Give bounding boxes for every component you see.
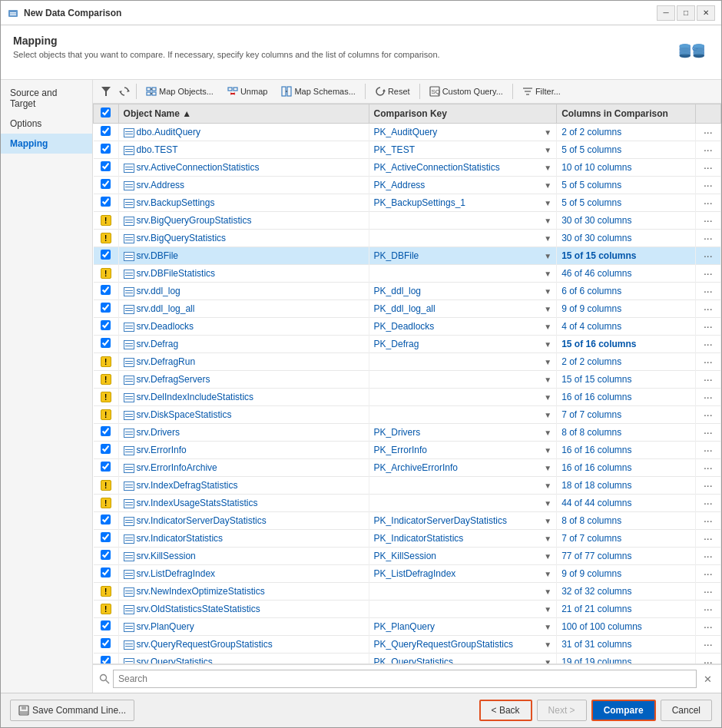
object-name-link[interactable]: srv.IndexDefragStatistics: [137, 480, 238, 491]
key-dropdown-arrow[interactable]: ▼: [544, 358, 551, 366]
row-columns-count[interactable]: 7 of 7 columns: [557, 406, 695, 424]
table-row[interactable]: srv.ddl_logPK_ddl_log▼6 of 6 columns···: [94, 283, 721, 300]
object-name-link[interactable]: srv.DefragServers: [137, 374, 210, 385]
object-name-link[interactable]: srv.Defrag: [137, 339, 178, 349]
row-columns-count[interactable]: 15 of 15 columns: [557, 247, 695, 265]
row-columns-count[interactable]: 9 of 9 columns: [557, 565, 695, 583]
table-row[interactable]: srv.DeadlocksPK_Deadlocks▼4 of 4 columns…: [94, 318, 721, 336]
row-checkbox[interactable]: [101, 550, 111, 560]
row-menu-button[interactable]: ···: [702, 479, 714, 491]
row-menu-button[interactable]: ···: [702, 144, 714, 156]
row-menu-button[interactable]: ···: [702, 656, 714, 664]
refresh-button[interactable]: [116, 83, 133, 100]
key-dropdown-arrow[interactable]: ▼: [544, 481, 551, 490]
object-name-link[interactable]: srv.BigQueryStatistics: [137, 233, 226, 243]
row-checkbox[interactable]: [101, 303, 111, 313]
row-columns-count[interactable]: 100 of 100 columns: [557, 618, 695, 636]
object-name-link[interactable]: srv.ActiveConnectionStatistics: [137, 162, 260, 173]
custom-query-button[interactable]: SQ Custom Query...: [423, 83, 509, 100]
search-input[interactable]: [113, 670, 697, 688]
object-name-link[interactable]: srv.PlanQuery: [137, 621, 194, 632]
object-name-link[interactable]: srv.DBFileStatistics: [137, 268, 215, 279]
object-name-link[interactable]: srv.DBFile: [137, 250, 178, 261]
row-columns-count[interactable]: 7 of 7 columns: [557, 530, 695, 548]
key-dropdown-arrow[interactable]: ▼: [544, 446, 551, 455]
row-columns-count[interactable]: 10 of 10 columns: [557, 159, 695, 177]
row-columns-count[interactable]: 32 of 32 columns: [557, 583, 695, 601]
maximize-button[interactable]: □: [677, 5, 695, 21]
save-command-line-button[interactable]: Save Command Line...: [10, 700, 134, 721]
row-menu-button[interactable]: ···: [702, 462, 714, 474]
col-header-object-name[interactable]: Object Name ▲: [118, 104, 369, 124]
table-row[interactable]: srv.IndicatorServerDayStatisticsPK_Indic…: [94, 512, 721, 530]
row-checkbox[interactable]: [101, 656, 111, 664]
row-columns-count[interactable]: 30 of 30 columns: [557, 212, 695, 230]
table-row[interactable]: srv.DefragPK_Defrag▼15 of 16 columns···: [94, 336, 721, 353]
row-columns-count[interactable]: 4 of 4 columns: [557, 318, 695, 336]
key-dropdown-arrow[interactable]: ▼: [544, 623, 551, 631]
table-row[interactable]: srv.DriversPK_Drivers▼8 of 8 columns···: [94, 424, 721, 442]
table-row[interactable]: !srv.DiskSpaceStatistics▼7 of 7 columns·…: [94, 406, 721, 424]
row-columns-count[interactable]: 5 of 5 columns: [557, 141, 695, 159]
row-menu-button[interactable]: ···: [702, 568, 714, 580]
key-dropdown-arrow[interactable]: ▼: [544, 429, 551, 437]
object-name-link[interactable]: srv.DelIndexIncludeStatistics: [137, 392, 254, 402]
key-dropdown-arrow[interactable]: ▼: [544, 323, 551, 331]
reset-button[interactable]: Reset: [369, 83, 416, 100]
object-name-link[interactable]: dbo.AuditQuery: [137, 127, 200, 137]
table-row[interactable]: !srv.BigQueryGroupStatistics▼30 of 30 co…: [94, 212, 721, 230]
object-name-link[interactable]: srv.IndicatorStatistics: [137, 533, 223, 544]
row-menu-button[interactable]: ···: [702, 444, 714, 456]
object-name-link[interactable]: srv.ddl_log: [137, 286, 180, 296]
row-menu-button[interactable]: ···: [702, 338, 714, 350]
key-dropdown-arrow[interactable]: ▼: [544, 252, 551, 260]
object-name-link[interactable]: srv.Deadlocks: [137, 321, 194, 332]
row-checkbox[interactable]: [101, 197, 111, 207]
object-name-link[interactable]: srv.QueryStatistics: [137, 657, 213, 664]
table-row[interactable]: srv.BackupSettingsPK_BackupSettings_1▼5 …: [94, 194, 721, 212]
object-name-link[interactable]: srv.ddl_log_all: [137, 303, 195, 314]
key-dropdown-arrow[interactable]: ▼: [544, 658, 551, 665]
table-row[interactable]: srv.ErrorInfoArchivePK_ArchiveErrorInfo▼…: [94, 459, 721, 477]
row-columns-count[interactable]: 2 of 2 columns: [557, 124, 695, 141]
object-name-link[interactable]: srv.ErrorInfoArchive: [137, 462, 217, 473]
table-row[interactable]: !srv.DBFileStatistics▼46 of 46 columns··…: [94, 265, 721, 283]
close-button[interactable]: ✕: [697, 5, 715, 21]
row-columns-count[interactable]: 30 of 30 columns: [557, 230, 695, 247]
row-columns-count[interactable]: 31 of 31 columns: [557, 636, 695, 654]
cancel-button[interactable]: Cancel: [661, 700, 712, 721]
key-dropdown-arrow[interactable]: ▼: [544, 146, 551, 154]
row-menu-button[interactable]: ···: [702, 303, 714, 315]
minimize-button[interactable]: ─: [657, 5, 675, 21]
row-menu-button[interactable]: ···: [702, 515, 714, 527]
table-row[interactable]: srv.PlanQueryPK_PlanQuery▼100 of 100 col…: [94, 618, 721, 636]
row-columns-count[interactable]: 8 of 8 columns: [557, 424, 695, 442]
row-columns-count[interactable]: 9 of 9 columns: [557, 300, 695, 318]
row-checkbox[interactable]: [101, 338, 111, 348]
row-checkbox[interactable]: [101, 462, 111, 472]
sidebar-item-mapping[interactable]: Mapping: [1, 134, 92, 154]
object-name-link[interactable]: srv.BigQueryGroupStatistics: [137, 215, 252, 226]
row-menu-button[interactable]: ···: [702, 356, 714, 368]
key-dropdown-arrow[interactable]: ▼: [544, 376, 551, 384]
row-checkbox[interactable]: [101, 638, 111, 648]
row-columns-count[interactable]: 15 of 15 columns: [557, 371, 695, 389]
row-columns-count[interactable]: 44 of 44 columns: [557, 495, 695, 512]
row-columns-count[interactable]: 46 of 46 columns: [557, 265, 695, 283]
object-name-link[interactable]: srv.KillSession: [137, 551, 196, 561]
key-dropdown-arrow[interactable]: ▼: [544, 164, 551, 172]
row-menu-button[interactable]: ···: [702, 214, 714, 227]
table-row[interactable]: !srv.BigQueryStatistics▼30 of 30 columns…: [94, 230, 721, 247]
row-columns-count[interactable]: 18 of 18 columns: [557, 477, 695, 495]
object-name-link[interactable]: srv.DefragRun: [137, 356, 195, 367]
table-row[interactable]: !srv.DefragRun▼2 of 2 columns···: [94, 353, 721, 371]
key-dropdown-arrow[interactable]: ▼: [544, 234, 551, 243]
row-checkbox[interactable]: [101, 426, 111, 436]
key-dropdown-arrow[interactable]: ▼: [544, 217, 551, 225]
row-checkbox[interactable]: [101, 126, 111, 136]
row-menu-button[interactable]: ···: [702, 585, 714, 597]
key-dropdown-arrow[interactable]: ▼: [544, 270, 551, 278]
next-button[interactable]: Next >: [537, 700, 587, 721]
object-name-link[interactable]: srv.ErrorInfo: [137, 445, 187, 455]
table-row[interactable]: srv.AddressPK_Address▼5 of 5 columns···: [94, 177, 721, 194]
